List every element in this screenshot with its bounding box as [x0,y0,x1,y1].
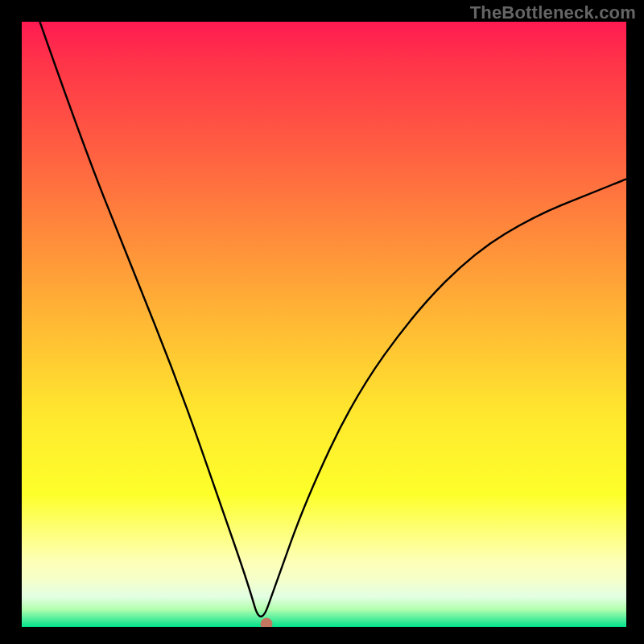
plot-area [22,22,626,627]
watermark-text: TheBottleneck.com [470,2,636,23]
chart-frame: TheBottleneck.com [0,0,644,644]
bottleneck-curve [22,22,626,627]
optimal-point-marker [261,618,273,627]
